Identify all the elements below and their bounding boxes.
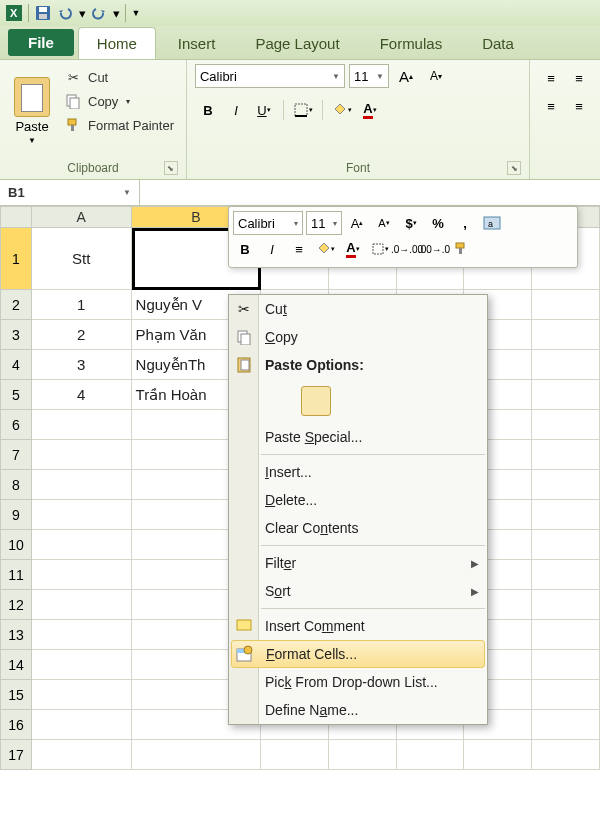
cell[interactable]: [32, 410, 132, 440]
cell[interactable]: [32, 680, 132, 710]
increase-font-icon[interactable]: A▴: [393, 64, 419, 88]
ctx-pick-from-list[interactable]: Pick From Drop-down List...: [229, 668, 487, 696]
align-left-icon[interactable]: ≡: [538, 94, 564, 118]
cell[interactable]: [532, 620, 600, 650]
fill-color-button[interactable]: ▾: [329, 98, 355, 122]
qat-customize-icon[interactable]: ▼: [130, 3, 142, 23]
align-middle-icon[interactable]: ≡: [566, 66, 592, 90]
tab-file[interactable]: File: [8, 29, 74, 56]
cell[interactable]: 2: [32, 320, 132, 350]
paste-button[interactable]: Paste ▼: [8, 64, 56, 158]
cell[interactable]: [32, 620, 132, 650]
row-header[interactable]: 7: [0, 440, 32, 470]
cell[interactable]: [532, 710, 600, 740]
row-header[interactable]: 14: [0, 650, 32, 680]
redo-dropdown-icon[interactable]: ▾: [111, 3, 121, 23]
cell[interactable]: [261, 740, 329, 770]
cell[interactable]: [532, 650, 600, 680]
tab-formulas[interactable]: Formulas: [362, 28, 461, 59]
mini-font-color-button[interactable]: A▾: [341, 238, 365, 260]
cell[interactable]: [32, 590, 132, 620]
font-name-combo[interactable]: Calibri▼: [195, 64, 345, 88]
row-header[interactable]: 4: [0, 350, 32, 380]
row-header[interactable]: 16: [0, 710, 32, 740]
col-header-A[interactable]: A: [32, 206, 132, 228]
cell[interactable]: [532, 350, 600, 380]
cell[interactable]: [532, 410, 600, 440]
mini-decrease-decimal-icon[interactable]: .00→.0: [422, 238, 446, 260]
formula-input[interactable]: [140, 180, 600, 205]
tab-page-layout[interactable]: Page Layout: [237, 28, 357, 59]
cell[interactable]: [32, 500, 132, 530]
mini-currency-button[interactable]: $▾: [399, 212, 423, 234]
ctx-define-name[interactable]: Define Name...: [229, 696, 487, 724]
cell[interactable]: 3: [32, 350, 132, 380]
mini-fill-color-button[interactable]: ▾: [314, 238, 338, 260]
redo-icon[interactable]: [89, 3, 109, 23]
dialog-launcher-icon[interactable]: ⬊: [164, 161, 178, 175]
cell[interactable]: [532, 380, 600, 410]
mini-increase-decimal-icon[interactable]: .0→.00: [395, 238, 419, 260]
save-icon[interactable]: [33, 3, 53, 23]
mini-format-painter-icon[interactable]: [449, 238, 473, 260]
mini-percent-button[interactable]: %: [426, 212, 450, 234]
cell[interactable]: [532, 440, 600, 470]
tab-home[interactable]: Home: [78, 27, 156, 59]
ctx-paste-option-default[interactable]: [229, 379, 487, 423]
ctx-insert-comment[interactable]: Insert Comment: [229, 612, 487, 640]
row-header[interactable]: 8: [0, 470, 32, 500]
ctx-format-cells[interactable]: Format Cells...: [231, 640, 485, 668]
dialog-launcher-icon[interactable]: ⬊: [507, 161, 521, 175]
ctx-copy[interactable]: Copy: [229, 323, 487, 351]
cut-button[interactable]: ✂ Cut: [60, 66, 178, 88]
row-header[interactable]: 2: [0, 290, 32, 320]
cell[interactable]: [32, 740, 132, 770]
format-painter-button[interactable]: Format Painter: [60, 114, 178, 136]
cell[interactable]: [532, 500, 600, 530]
cell[interactable]: [32, 710, 132, 740]
row-header[interactable]: 13: [0, 620, 32, 650]
cell[interactable]: [532, 290, 600, 320]
row-header[interactable]: 5: [0, 380, 32, 410]
mini-italic-button[interactable]: I: [260, 238, 284, 260]
font-size-combo[interactable]: 11▼: [349, 64, 389, 88]
row-header[interactable]: 10: [0, 530, 32, 560]
row-header[interactable]: 3: [0, 320, 32, 350]
mini-bold-button[interactable]: B: [233, 238, 257, 260]
mini-align-icon[interactable]: ≡: [287, 238, 311, 260]
name-box[interactable]: B1▼: [0, 180, 140, 205]
ctx-sort[interactable]: Sort ▶: [229, 577, 487, 605]
row-header[interactable]: 17: [0, 740, 32, 770]
ctx-insert[interactable]: Insert...: [229, 458, 487, 486]
mini-increase-font-icon[interactable]: A▴: [345, 212, 369, 234]
cell[interactable]: [397, 740, 465, 770]
tab-data[interactable]: Data: [464, 28, 532, 59]
select-all-corner[interactable]: [0, 206, 32, 228]
cell[interactable]: [32, 560, 132, 590]
undo-icon[interactable]: [55, 3, 75, 23]
bold-button[interactable]: B: [195, 98, 221, 122]
underline-button[interactable]: U ▾: [251, 98, 277, 122]
row-header[interactable]: 15: [0, 680, 32, 710]
cell[interactable]: 1: [32, 290, 132, 320]
align-top-icon[interactable]: ≡: [538, 66, 564, 90]
ctx-filter[interactable]: Filter ▶: [229, 549, 487, 577]
cell[interactable]: [132, 740, 262, 770]
cell[interactable]: [32, 530, 132, 560]
cell[interactable]: [532, 590, 600, 620]
mini-border-button[interactable]: ▾: [368, 238, 392, 260]
cell[interactable]: [32, 470, 132, 500]
ctx-clear-contents[interactable]: Clear Contents: [229, 514, 487, 542]
copy-button[interactable]: Copy ▾: [60, 90, 178, 112]
italic-button[interactable]: I: [223, 98, 249, 122]
cell[interactable]: [32, 650, 132, 680]
mini-decrease-font-icon[interactable]: A▾: [372, 212, 396, 234]
undo-dropdown-icon[interactable]: ▾: [77, 3, 87, 23]
cell[interactable]: 4: [32, 380, 132, 410]
mini-merge-icon[interactable]: a: [480, 212, 504, 234]
row-header[interactable]: 9: [0, 500, 32, 530]
row-header[interactable]: 12: [0, 590, 32, 620]
ctx-cut[interactable]: ✂ Cut: [229, 295, 487, 323]
cell[interactable]: [329, 740, 397, 770]
decrease-font-icon[interactable]: A▾: [423, 64, 449, 88]
